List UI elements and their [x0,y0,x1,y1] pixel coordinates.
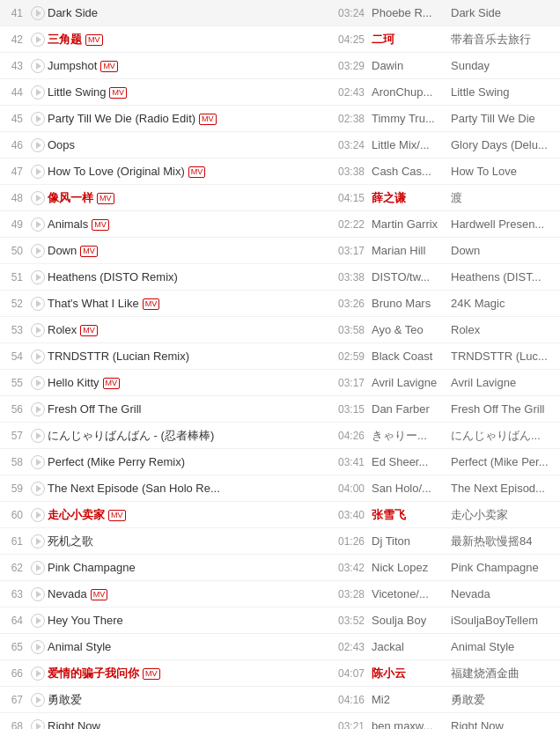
track-title[interactable]: Hello KittyMV [48,376,329,389]
play-button[interactable] [28,85,48,99]
track-artist[interactable]: Jackal [372,640,451,653]
track-album[interactable]: Heathens (DIST... [451,270,556,284]
track-artist[interactable]: 二珂 [372,32,451,48]
track-title[interactable]: 走心小卖家MV [48,507,329,523]
play-button[interactable] [28,165,48,179]
play-icon[interactable] [31,693,45,707]
track-album[interactable]: Little Swing [451,85,556,99]
track-album[interactable]: Sunday [451,59,556,72]
track-title[interactable]: Party Till We Die (Radio Edit)MV [48,112,329,125]
play-button[interactable] [28,59,48,73]
play-icon[interactable] [31,85,45,99]
track-title[interactable]: RolexMV [48,323,329,336]
track-title[interactable]: 三角题MV [48,32,329,48]
track-artist[interactable]: きゃりー... [372,428,451,444]
track-album[interactable]: にんじゃりばん... [451,428,556,444]
track-artist[interactable]: AronChup... [372,85,451,99]
play-button[interactable] [28,587,48,601]
track-artist[interactable]: San Holo/... [372,482,451,495]
mv-badge[interactable]: MV [143,298,160,310]
track-title[interactable]: How To Love (Original Mix)MV [48,165,329,178]
track-album[interactable]: Hardwell Presen... [451,217,556,231]
track-album[interactable]: 24K Magic [451,297,556,310]
play-icon[interactable] [31,6,45,20]
track-title[interactable]: Fresh Off The Grill [48,402,329,416]
play-icon[interactable] [31,297,45,311]
mv-badge[interactable]: MV [80,246,98,257]
play-button[interactable] [28,191,48,205]
play-icon[interactable] [31,482,45,496]
track-album[interactable]: Dark Side [451,6,556,19]
track-artist[interactable]: Dawin [372,59,451,72]
play-button[interactable] [28,297,48,311]
track-album[interactable]: Pink Champagne [451,561,556,574]
track-artist[interactable]: Dj Titon [372,534,451,548]
mv-badge[interactable]: MV [143,668,160,680]
play-button[interactable] [28,508,48,522]
play-button[interactable] [28,244,48,258]
track-album[interactable]: iSouljaBoyTellem [451,614,556,627]
play-button[interactable] [28,640,48,654]
play-icon[interactable] [31,402,45,416]
track-title[interactable]: にんじゃりばんばん - (忍者棒棒) [48,428,329,444]
track-artist[interactable]: Bruno Mars [372,297,451,310]
mv-badge[interactable]: MV [85,34,103,46]
track-artist[interactable]: Avril Lavigne [372,376,451,389]
mv-badge[interactable]: MV [80,325,98,336]
mv-badge[interactable]: MV [109,87,127,99]
play-icon[interactable] [31,217,45,232]
track-artist[interactable]: Timmy Tru... [372,112,451,125]
play-icon[interactable] [31,350,45,364]
track-artist[interactable]: 陈小云 [372,666,451,681]
play-button[interactable] [28,614,48,628]
track-album[interactable]: How To Love [451,165,556,178]
mv-badge[interactable]: MV [100,61,118,72]
play-icon[interactable] [31,191,45,205]
track-album[interactable]: 渡 [451,190,556,206]
track-artist[interactable]: Little Mix/... [372,138,451,151]
track-title[interactable]: Oops [48,138,329,151]
play-button[interactable] [28,323,48,337]
track-album[interactable]: 最新热歌慢摇84 [451,534,556,549]
track-artist[interactable]: 张雪飞 [372,507,451,523]
play-icon[interactable] [31,666,45,681]
mv-badge[interactable]: MV [91,589,108,600]
track-album[interactable]: 勇敢爱 [451,692,556,708]
track-title[interactable]: 勇敢爱 [48,692,329,708]
mv-badge[interactable]: MV [108,510,126,521]
track-title[interactable]: Right Now [48,719,329,729]
track-artist[interactable]: Martin Garrix [372,217,451,231]
track-artist[interactable]: Cash Cas... [372,165,451,178]
track-artist[interactable]: DISTO/tw... [372,270,451,284]
track-title[interactable]: Little SwingMV [48,85,329,99]
track-album[interactable]: Animal Style [451,640,556,653]
play-button[interactable] [28,217,48,232]
play-icon[interactable] [31,376,45,390]
play-icon[interactable] [31,640,45,654]
play-button[interactable] [28,482,48,496]
play-icon[interactable] [31,323,45,337]
mv-badge[interactable]: MV [97,193,114,204]
track-title[interactable]: The Next Episode (San Holo Re... [48,482,329,495]
track-artist[interactable]: Dan Farber [372,402,451,416]
play-button[interactable] [28,376,48,390]
mv-badge[interactable]: MV [199,114,217,125]
play-icon[interactable] [31,719,45,730]
track-title[interactable]: 死机之歌 [48,534,329,549]
play-button[interactable] [28,561,48,575]
track-artist[interactable]: Nick Lopez [372,561,451,574]
track-artist[interactable]: Mi2 [372,693,451,706]
track-title[interactable]: 像风一样MV [48,190,329,206]
track-album[interactable]: Nevada [451,587,556,600]
play-icon[interactable] [31,33,45,47]
track-artist[interactable]: ben maxw... [372,719,451,729]
track-title[interactable]: 爱情的骗子我问你MV [48,666,329,681]
play-icon[interactable] [31,587,45,601]
play-button[interactable] [28,429,48,443]
play-icon[interactable] [31,534,45,549]
track-artist[interactable]: Phoebe R... [372,6,451,19]
play-icon[interactable] [31,244,45,258]
play-icon[interactable] [31,455,45,469]
track-album[interactable]: 走心小卖家 [451,507,556,523]
track-artist[interactable]: Black Coast [372,350,451,363]
